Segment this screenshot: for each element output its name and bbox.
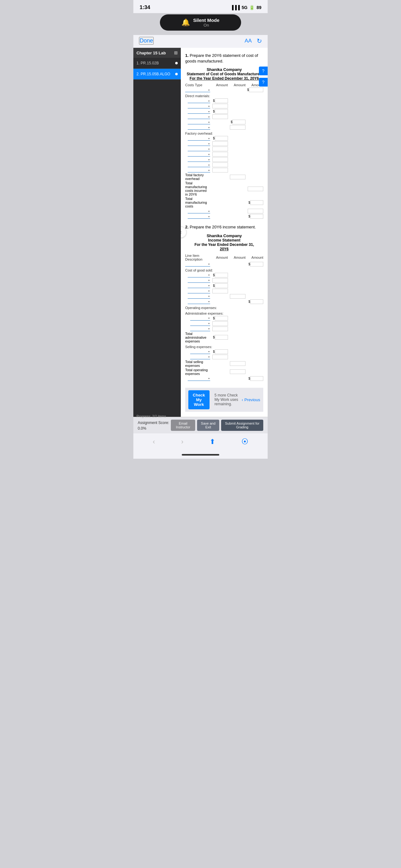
top-costs-select[interactable]	[185, 88, 210, 92]
ios-share-button[interactable]: ⬆	[205, 436, 220, 448]
dm-input-6[interactable]	[230, 125, 245, 130]
submit-assignment-button[interactable]: Submit Assignment for Grading	[221, 420, 263, 431]
admin-select-2[interactable]	[190, 321, 210, 326]
status-icons: ▐▐▐ 5G 🔋 89	[231, 5, 261, 10]
total-mfg-costs-input[interactable]	[250, 200, 263, 205]
dm-input-3[interactable]	[215, 109, 228, 114]
help-icon-1[interactable]: ?	[259, 67, 268, 75]
fo-input-3[interactable]	[212, 147, 228, 151]
fo-select-1[interactable]	[188, 136, 210, 141]
cogs-select-2[interactable]	[188, 278, 210, 283]
email-instructor-button[interactable]: Email Instructor	[171, 420, 195, 431]
check-my-work-button[interactable]: Check My Work	[188, 390, 209, 409]
ios-bookmark-button[interactable]: ⦿	[237, 436, 253, 448]
refresh-icon[interactable]: ↻	[257, 37, 262, 45]
fo-row-1: $	[185, 136, 263, 141]
fo-input-5[interactable]	[212, 157, 228, 162]
is-top-select[interactable]	[185, 262, 210, 267]
admin-input-2[interactable]	[212, 321, 228, 326]
save-and-exit-button[interactable]: Save and Exit	[197, 420, 219, 431]
is-top-dollar-input[interactable]	[250, 262, 263, 267]
progress-label: Progress: 2/2 items	[133, 411, 181, 421]
total-factory-overhead-row: Total factory overhead	[185, 173, 263, 181]
cogs-input-3[interactable]	[215, 283, 228, 288]
section2-instruction: 2. Prepare the 20Y6 income statement.	[185, 224, 263, 230]
cogs-subtotal-input[interactable]	[230, 294, 245, 299]
sidebar-dot-1	[175, 62, 178, 64]
sell-select-1[interactable]	[190, 350, 210, 354]
fo-input-4[interactable]	[212, 152, 228, 157]
mfg-extra2-input[interactable]	[250, 214, 263, 219]
cogs-select-1[interactable]	[188, 273, 210, 277]
total-selling-input[interactable]	[230, 361, 245, 366]
section2-company-header: Shanika Company Income Statement For the…	[185, 234, 263, 251]
dm-select-3[interactable]	[188, 110, 210, 114]
mfg-row-extra2: $	[185, 214, 263, 219]
ios-forward-button[interactable]: ›	[177, 436, 188, 448]
total-fo-input[interactable]	[230, 175, 245, 179]
mfg-extra1-input[interactable]	[248, 209, 263, 213]
fo-select-5[interactable]	[188, 157, 210, 162]
factory-overhead-label: Factory overhead:	[185, 130, 263, 136]
cogs-select-3[interactable]	[188, 284, 210, 288]
help-icon-2[interactable]: ?	[259, 78, 268, 87]
dm-select-6[interactable]	[188, 125, 210, 130]
dm-input-2[interactable]	[212, 104, 228, 108]
cogs-input-2[interactable]	[212, 278, 228, 283]
cogs-input-1[interactable]	[215, 273, 228, 277]
fo-input-2[interactable]	[212, 141, 228, 146]
mfg-select-extra2[interactable]	[188, 214, 210, 219]
sell-input-2[interactable]	[212, 354, 228, 359]
fo-select-6[interactable]	[188, 163, 210, 167]
previous-button[interactable]: ‹ Previous	[242, 398, 260, 402]
sell-select-2[interactable]	[190, 355, 210, 359]
score-buttons: Email Instructor Save and Exit Submit As…	[171, 420, 263, 431]
admin-select-3[interactable]	[190, 327, 210, 331]
cogs-select-5[interactable]	[188, 294, 210, 299]
dm-subtotal-input[interactable]	[232, 120, 245, 124]
final-income-select[interactable]	[188, 376, 210, 381]
fo-select-7[interactable]	[188, 168, 210, 173]
final-income-input[interactable]	[250, 376, 263, 381]
ios-back-button[interactable]: ‹	[148, 436, 159, 448]
done-button[interactable]: Done	[139, 37, 154, 45]
sidebar-item-pr1505balgo[interactable]: 2. PR.15.05B.ALGO	[133, 69, 181, 80]
total-mfg-incurred-label: Total manufacturing costs incurred in 20…	[185, 181, 210, 196]
dm-select-4[interactable]	[188, 115, 210, 119]
dm-select-2[interactable]	[188, 104, 210, 108]
dm-input-4[interactable]	[212, 114, 228, 119]
cogs-final-input[interactable]	[250, 299, 263, 304]
sell-input-1[interactable]	[215, 349, 228, 354]
sidebar-item-pr1502b[interactable]: 1. PR.15.02B	[133, 58, 181, 69]
signal-icon: ▐▐▐	[231, 5, 240, 10]
total-mfg-incurred-input[interactable]	[248, 187, 263, 191]
text-size-button[interactable]: AA	[244, 38, 252, 44]
is-header-row: Line Item Description Amount Amount Amou…	[185, 254, 263, 261]
dm-input-1[interactable]	[215, 98, 228, 103]
cogs-input-4[interactable]	[212, 289, 228, 293]
admin-input-1[interactable]	[215, 316, 228, 320]
cogs-row-2	[185, 278, 263, 283]
fo-select-2[interactable]	[188, 142, 210, 146]
total-admin-input[interactable]	[215, 335, 228, 340]
dm-select-1[interactable]	[188, 99, 210, 103]
fo-input-1[interactable]	[215, 136, 228, 141]
admin-input-3[interactable]	[212, 327, 228, 331]
admin-select-1[interactable]	[190, 316, 210, 320]
top-dollar-input[interactable]	[249, 88, 263, 92]
top-dollar-input-wrapper: $	[246, 88, 263, 92]
cogs-select-4[interactable]	[188, 289, 210, 293]
ios-home-bar	[182, 454, 219, 456]
fo-input-6[interactable]	[212, 162, 228, 167]
mfg-select-extra1[interactable]	[188, 209, 210, 213]
dm-select-5[interactable]	[188, 120, 210, 124]
total-admin-label: Total administrative expenses	[185, 332, 210, 343]
fo-input-7[interactable]	[212, 168, 228, 173]
cogs-select-6[interactable]	[188, 300, 210, 304]
fo-select-3[interactable]	[188, 147, 210, 151]
fo-select-4[interactable]	[188, 152, 210, 157]
fo-row-2	[185, 141, 263, 146]
total-operating-input[interactable]	[230, 369, 245, 374]
sell-row-2	[185, 354, 263, 359]
dm-row-6	[185, 125, 263, 130]
